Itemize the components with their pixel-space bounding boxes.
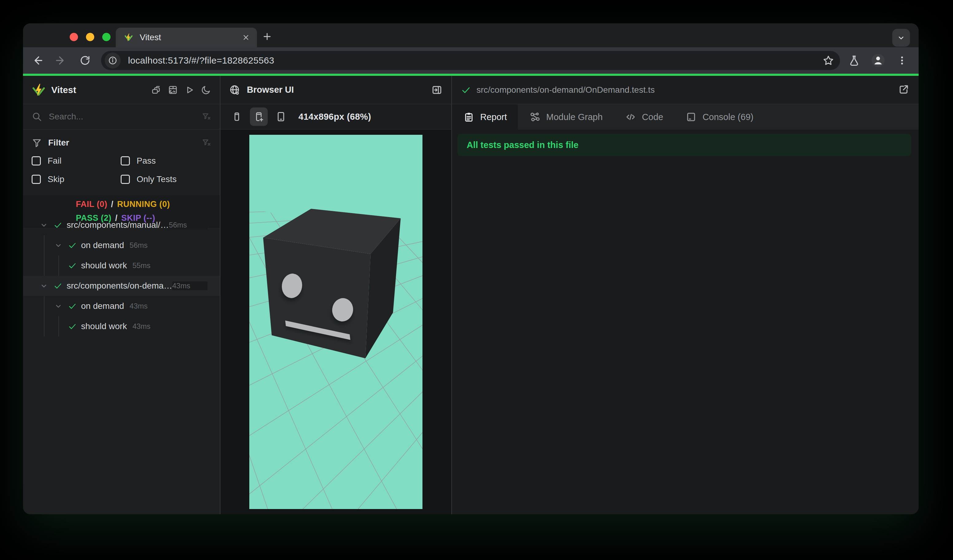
running-count: RUNNING (0) <box>117 200 170 209</box>
checkbox-label: Skip <box>48 174 64 184</box>
test-duration: 55ms <box>132 261 151 270</box>
tab-strip: Vitest <box>23 23 919 47</box>
profile-avatar[interactable] <box>871 53 885 68</box>
pass-check-icon <box>67 261 78 271</box>
vitest-favicon <box>124 33 133 42</box>
chevron-down-icon[interactable] <box>38 280 50 292</box>
file-path: src/components/on-demand/OnDemand.test.t… <box>476 85 898 95</box>
test-duration: 56ms <box>169 221 208 230</box>
chevron-down-icon[interactable] <box>53 301 64 312</box>
checkbox-only-tests[interactable]: Only Tests <box>121 174 211 184</box>
experiments-flask-icon[interactable] <box>847 53 861 68</box>
dashboard-windows-icon[interactable] <box>151 85 161 95</box>
tab-report[interactable]: Report <box>452 104 518 130</box>
test-viewport[interactable] <box>249 135 422 509</box>
tab-title: Vitest <box>140 33 241 42</box>
console-icon <box>685 111 697 123</box>
maximize-window-button[interactable] <box>102 33 110 41</box>
app-title: Vitest <box>51 85 151 95</box>
checkbox-box[interactable] <box>32 156 41 166</box>
indent-guide <box>44 296 45 337</box>
chevron-down-icon[interactable] <box>38 220 50 231</box>
banner-text: All tests passed in this file <box>467 140 579 150</box>
url-text[interactable]: localhost:5173/#/?file=1828625563 <box>128 55 823 66</box>
checkbox-skip[interactable]: Skip <box>32 174 121 184</box>
test-label: on demand <box>81 301 124 311</box>
chevron-down-icon[interactable] <box>53 240 64 251</box>
preview-title: Browser UI <box>247 85 425 95</box>
threejs-cube-scene <box>249 135 422 509</box>
checkbox-pass[interactable]: Pass <box>121 156 211 166</box>
report-content: All tests passed in this file <box>452 130 919 514</box>
test-label: on demand <box>81 240 124 250</box>
tab-module-graph[interactable]: Module Graph <box>518 104 614 130</box>
filter-section: Filter Fail Pass <box>23 130 220 187</box>
close-window-button[interactable] <box>70 33 78 41</box>
pass-check-icon <box>67 240 78 251</box>
back-icon[interactable] <box>27 51 47 70</box>
test-label: src/components/on-dema… <box>67 281 172 291</box>
vitest-logo <box>32 83 46 97</box>
tab-code[interactable]: Code <box>614 104 674 130</box>
test-duration: 43ms <box>130 302 148 310</box>
details-panel: src/components/on-demand/OnDemand.test.t… <box>452 76 919 514</box>
all-tests-passed-banner: All tests passed in this file <box>458 134 911 156</box>
run-all-icon[interactable] <box>184 85 195 95</box>
test-duration: 56ms <box>130 241 148 250</box>
tab-search-button[interactable] <box>892 29 910 47</box>
tree-row-test[interactable]: should work 55ms <box>23 256 220 276</box>
close-tab-icon[interactable] <box>241 32 251 43</box>
address-bar[interactable]: localhost:5173/#/?file=1828625563 <box>101 51 840 70</box>
checkbox-box[interactable] <box>121 175 130 184</box>
device-toolbar: 414x896px (68%) <box>220 104 451 130</box>
tree-row-file-selected[interactable]: src/components/on-dema… 43ms <box>23 276 220 296</box>
browser-tab[interactable]: Vitest <box>116 28 257 47</box>
checkbox-box[interactable] <box>121 156 130 166</box>
code-icon <box>625 111 636 123</box>
tree-row-test[interactable]: should work 43ms <box>23 316 220 337</box>
tab-label: Console (69) <box>703 112 753 122</box>
open-external-icon[interactable] <box>898 84 910 96</box>
tab-console[interactable]: Console (69) <box>674 104 765 130</box>
browser-preview-panel: Browser UI <box>220 76 451 514</box>
reload-icon[interactable] <box>75 51 95 70</box>
pass-check-icon <box>67 321 78 332</box>
tab-label: Report <box>480 112 507 122</box>
checkbox-label: Pass <box>137 156 156 166</box>
checkbox-fail[interactable]: Fail <box>32 156 121 166</box>
sidebar: Vitest <box>23 76 220 514</box>
search-input[interactable] <box>49 112 202 122</box>
panel-right-icon[interactable] <box>431 84 443 96</box>
pass-check-icon <box>53 220 63 230</box>
site-info-icon[interactable] <box>105 53 121 68</box>
menu-dots-icon[interactable] <box>895 53 910 68</box>
tab-label: Module Graph <box>546 112 603 122</box>
clear-filter-icon[interactable] <box>202 138 211 148</box>
indent-guide <box>58 316 59 337</box>
minimize-window-button[interactable] <box>86 33 94 41</box>
filter-funnel-icon <box>32 138 42 148</box>
details-tabs: Report Module Graph <box>452 104 919 130</box>
bookmark-star-icon[interactable] <box>823 55 834 66</box>
device-tablet-icon[interactable] <box>272 107 290 126</box>
report-summary-icon[interactable] <box>168 85 178 95</box>
checkbox-box[interactable] <box>32 175 41 184</box>
pass-check-icon <box>461 85 471 95</box>
search-row <box>23 104 220 130</box>
test-label: should work <box>81 321 127 331</box>
forward-icon[interactable] <box>51 51 71 70</box>
file-header: src/components/on-demand/OnDemand.test.t… <box>452 76 919 104</box>
preview-stage <box>220 130 451 514</box>
dark-mode-moon-icon[interactable] <box>201 85 211 95</box>
test-duration: 43ms <box>172 282 208 290</box>
test-duration: 43ms <box>132 322 151 330</box>
device-phone-small-icon[interactable] <box>228 107 245 126</box>
clear-search-filter-icon[interactable] <box>202 112 211 122</box>
new-tab-button[interactable] <box>262 31 272 42</box>
test-label: src/components/manual/… <box>67 220 169 230</box>
globe-icon <box>229 84 240 96</box>
tree-row-suite[interactable]: on demand 43ms <box>23 296 220 316</box>
tree-row-suite[interactable]: on demand 56ms <box>23 235 220 256</box>
tree-row-file[interactable]: src/components/manual/… 56ms <box>23 215 220 235</box>
device-phone-custom-icon[interactable] <box>250 107 268 126</box>
